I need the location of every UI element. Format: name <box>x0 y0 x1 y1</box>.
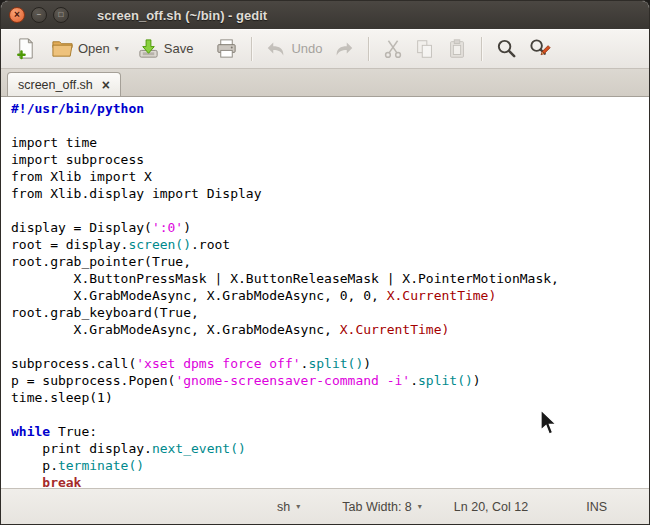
tab-width-label: Tab Width: 8 <box>342 500 411 514</box>
code-line: while True: <box>11 423 649 440</box>
scissors-icon <box>382 38 404 60</box>
chevron-down-icon: ▾ <box>418 502 422 511</box>
save-label: Save <box>164 41 194 56</box>
code-line <box>11 406 649 423</box>
code-line: X.ButtonPressMask | X.ButtonReleaseMask … <box>11 270 649 287</box>
redo-icon <box>333 38 355 60</box>
maximize-window-button[interactable]: □ <box>53 7 69 23</box>
new-document-icon <box>14 37 37 60</box>
tab-close-icon[interactable]: × <box>102 78 110 92</box>
code-line: from Xlib import X <box>11 168 649 185</box>
tab-width-selector[interactable]: Tab Width: 8 ▾ <box>336 498 428 516</box>
paste-icon <box>446 38 468 60</box>
new-document-button[interactable] <box>9 34 42 63</box>
code-line: root.grab_pointer(True, <box>11 253 649 270</box>
code-line <box>11 117 649 134</box>
code-line: p.terminate() <box>11 457 649 474</box>
search-icon <box>495 37 518 60</box>
open-button[interactable]: Open ▾ <box>46 34 124 63</box>
undo-icon <box>265 38 287 60</box>
print-button[interactable] <box>210 34 243 63</box>
cursor-position: Ln 20, Col 12 <box>454 500 528 514</box>
toolbar: Open ▾ Save <box>1 29 649 69</box>
code-line <box>11 202 649 219</box>
code-line: X.GrabModeAsync, X.GrabModeAsync, 0, 0, … <box>11 287 649 304</box>
titlebar: × − □ screen_off.sh (~/bin) - gedit <box>1 1 649 29</box>
undo-label: Undo <box>291 41 322 56</box>
insert-mode-indicator: INS <box>586 500 607 514</box>
code-line <box>11 338 649 355</box>
tab-screen-off-sh[interactable]: screen_off.sh × <box>7 72 121 96</box>
toolbar-separator <box>368 37 369 61</box>
open-label: Open <box>78 41 110 56</box>
toolbar-separator <box>251 37 252 61</box>
save-icon <box>137 37 160 60</box>
cut-button[interactable] <box>377 35 409 63</box>
code-area: #!/usr/bin/python import timeimport subp… <box>11 100 649 488</box>
minimize-window-button[interactable]: − <box>31 7 47 23</box>
find-button[interactable] <box>490 34 523 63</box>
close-window-button[interactable]: × <box>9 7 25 23</box>
chevron-down-icon: ▾ <box>115 44 119 53</box>
tabbar: screen_off.sh × <box>1 69 649 97</box>
language-selector[interactable]: sh ▾ <box>271 498 306 516</box>
chevron-down-icon: ▾ <box>296 502 300 511</box>
copy-button[interactable] <box>409 35 441 63</box>
window-title: screen_off.sh (~/bin) - gedit <box>97 8 267 23</box>
code-line: p = subprocess.Popen('gnome-screensaver-… <box>11 372 649 389</box>
save-button[interactable]: Save <box>132 34 199 63</box>
code-line: root = display.screen().root <box>11 236 649 253</box>
search-replace-icon <box>528 37 551 60</box>
redo-button[interactable] <box>328 35 360 63</box>
code-line: print display.next_event() <box>11 440 649 457</box>
language-label: sh <box>277 500 290 514</box>
printer-icon <box>215 37 238 60</box>
code-line: #!/usr/bin/python <box>11 100 649 117</box>
text-editor[interactable]: #!/usr/bin/python import timeimport subp… <box>1 97 649 488</box>
folder-icon <box>51 37 74 60</box>
code-line: root.grab_keyboard(True, <box>11 304 649 321</box>
gedit-window: × − □ screen_off.sh (~/bin) - gedit <box>0 0 650 525</box>
code-line: import time <box>11 134 649 151</box>
code-line: import subprocess <box>11 151 649 168</box>
toolbar-separator <box>481 37 482 61</box>
code-line: time.sleep(1) <box>11 389 649 406</box>
paste-button[interactable] <box>441 35 473 63</box>
replace-button[interactable] <box>523 34 556 63</box>
code-line: X.GrabModeAsync, X.GrabModeAsync, X.Curr… <box>11 321 649 338</box>
code-line: display = Display(':0') <box>11 219 649 236</box>
tab-label: screen_off.sh <box>18 78 93 92</box>
code-line: break <box>11 474 649 488</box>
copy-icon <box>414 38 436 60</box>
statusbar: sh ▾ Tab Width: 8 ▾ Ln 20, Col 12 INS <box>1 488 649 524</box>
undo-button[interactable]: Undo <box>260 35 327 63</box>
code-line: from Xlib.display import Display <box>11 185 649 202</box>
code-line: subprocess.call('xset dpms force off'.sp… <box>11 355 649 372</box>
